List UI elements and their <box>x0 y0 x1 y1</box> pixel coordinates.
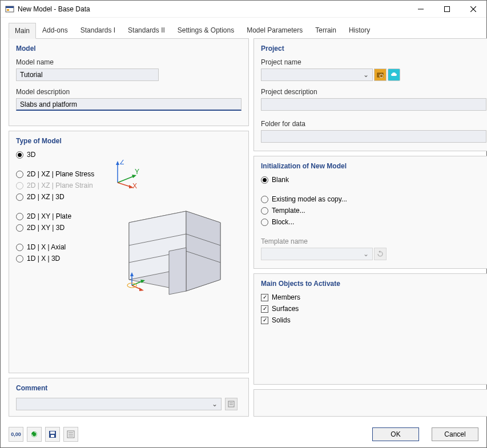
svg-text:X: X <box>132 182 137 188</box>
refresh-icon <box>377 251 384 257</box>
project-manager-button[interactable] <box>374 68 387 81</box>
ok-button[interactable]: OK <box>372 427 419 441</box>
save-button[interactable] <box>45 427 60 442</box>
right-column: Project Project name ⌄ Project descripti… <box>253 38 487 417</box>
radio-icon <box>16 213 23 220</box>
check-label: Surfaces <box>272 305 299 313</box>
radio-icon <box>16 193 23 201</box>
check-members[interactable]: Members <box>261 293 486 301</box>
left-column: Model Model name Model description Type … <box>9 38 249 417</box>
chevron-down-icon: ⌄ <box>363 250 369 258</box>
radio-3d[interactable]: 3D <box>16 151 242 159</box>
radio-icon <box>261 176 268 184</box>
radio-label: 2D | XZ | 3D <box>27 193 65 201</box>
tab-standards1[interactable]: Standards I <box>74 22 122 38</box>
reload-button[interactable] <box>27 427 42 442</box>
radio-icon <box>16 244 23 251</box>
cancel-button[interactable]: Cancel <box>432 427 478 441</box>
radio-label: Template... <box>272 207 305 215</box>
units-button[interactable]: 0,00 <box>9 427 23 442</box>
template-refresh-button <box>374 248 387 260</box>
check-label: Solids <box>272 316 291 324</box>
model-name-label: Model name <box>16 58 242 66</box>
radio-icon <box>16 151 23 159</box>
svg-rect-34 <box>377 73 383 77</box>
chevron-down-icon: ⌄ <box>212 400 218 408</box>
chevron-down-icon: ⌄ <box>363 71 369 79</box>
template-name-label: Template name <box>261 237 486 245</box>
radio-icon <box>16 171 23 178</box>
radio-block[interactable]: Block... <box>261 218 486 226</box>
comment-select[interactable]: ⌄ <box>16 398 222 410</box>
list-icon <box>66 430 75 439</box>
check-solids[interactable]: Solids <box>261 316 486 324</box>
radio-label: Block... <box>272 218 294 226</box>
comment-panel: Comment ⌄ <box>9 378 249 417</box>
radio-label: Blank <box>272 176 289 184</box>
main-objects-panel: Main Objects to Activate Members Surface… <box>253 273 487 385</box>
svg-rect-1 <box>6 6 14 8</box>
radio-label: 1D | X | 3D <box>27 255 60 263</box>
project-name-label: Project name <box>261 58 486 66</box>
template-name-select: ⌄ <box>261 248 373 260</box>
radio-template[interactable]: Template... <box>261 207 486 215</box>
close-button[interactable] <box>460 1 486 18</box>
radio-label: 3D <box>27 151 35 159</box>
tab-model-parameters[interactable]: Model Parameters <box>240 22 309 38</box>
model-desc-input[interactable] <box>16 98 242 111</box>
options-button[interactable] <box>63 427 78 442</box>
model-name-input[interactable] <box>16 68 159 81</box>
initialization-panel: Initialization of New Model Blank Existi… <box>253 156 487 269</box>
tab-addons[interactable]: Add-ons <box>36 22 74 38</box>
svg-marker-23 <box>169 248 186 294</box>
svg-marker-29 <box>139 288 144 291</box>
project-panel: Project Project name ⌄ Project descripti… <box>253 38 487 151</box>
svg-marker-8 <box>116 161 119 165</box>
model-preview-icon <box>123 205 232 298</box>
check-surfaces[interactable]: Surfaces <box>261 305 486 313</box>
svg-rect-40 <box>51 435 54 437</box>
svg-rect-2 <box>7 9 9 11</box>
content-area: Model Model name Model description Type … <box>1 38 486 421</box>
radio-icon <box>16 255 23 263</box>
radio-label: 2D | XZ | Plane Strain <box>27 181 93 189</box>
folder-display <box>261 130 486 143</box>
tab-terrain[interactable]: Terrain <box>309 22 343 38</box>
radio-icon <box>16 224 23 232</box>
checkbox-icon <box>261 305 268 313</box>
model-desc-label: Model description <box>16 88 242 96</box>
svg-rect-39 <box>50 431 55 434</box>
empty-panel <box>253 389 487 417</box>
cloud-icon <box>391 71 397 78</box>
svg-text:Y: Y <box>135 168 139 176</box>
project-name-select[interactable]: ⌄ <box>261 68 373 81</box>
type-panel-title: Type of Model <box>16 137 242 145</box>
checkbox-icon <box>261 317 268 324</box>
reload-icon <box>30 430 39 439</box>
project-cloud-button[interactable] <box>388 68 400 81</box>
radio-icon <box>16 182 23 189</box>
dialog-window: New Model - Base Data Main Add-ons Stand… <box>0 0 487 448</box>
model-panel: Model Model name Model description <box>9 38 249 126</box>
radio-label: 2D | XZ | Plane Stress <box>27 170 94 178</box>
maximize-button[interactable] <box>434 1 460 18</box>
radio-icon <box>261 219 268 226</box>
type-of-model-panel: Type of Model 3D 2D | XZ | Plane Stress … <box>9 131 249 373</box>
model-panel-title: Model <box>16 45 242 53</box>
radio-label: 1D | X | Axial <box>27 243 66 251</box>
tab-main[interactable]: Main <box>9 23 36 39</box>
radio-existing-model[interactable]: Existing model as copy... <box>261 195 486 203</box>
window-title: New Model - Base Data <box>18 5 408 13</box>
radio-blank[interactable]: Blank <box>261 176 486 184</box>
radio-label: Existing model as copy... <box>272 195 347 203</box>
comment-library-button[interactable] <box>225 398 238 410</box>
tab-settings[interactable]: Settings & Options <box>171 22 240 38</box>
folder-label: Folder for data <box>261 120 486 128</box>
minimize-button[interactable] <box>408 1 434 18</box>
tab-standards2[interactable]: Standards II <box>122 22 171 38</box>
tab-history[interactable]: History <box>343 22 376 38</box>
radio-icon <box>261 196 268 203</box>
radio-2d-xz-3d[interactable]: 2D | XZ | 3D <box>16 193 242 201</box>
check-label: Members <box>272 293 300 301</box>
units-icon: 0,00 <box>11 431 21 437</box>
